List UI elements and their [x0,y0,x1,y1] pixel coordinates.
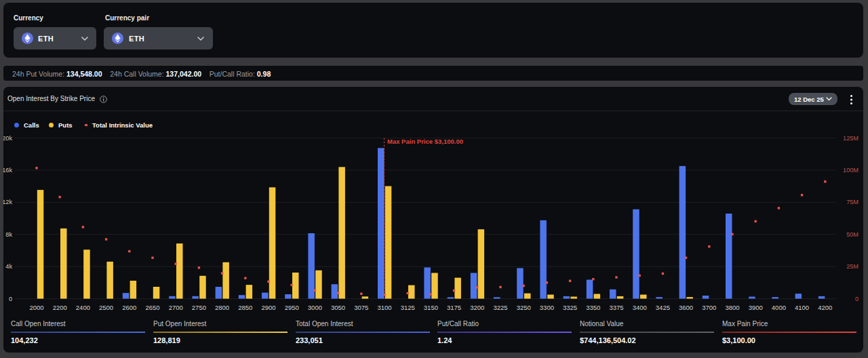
svg-text:8k: 8k [5,231,12,238]
svg-text:2200: 2200 [53,304,67,311]
svg-text:3125: 3125 [401,304,415,311]
svg-text:3300: 3300 [540,304,554,311]
svg-text:2500: 2500 [99,304,113,311]
svg-text:4100: 4100 [795,304,809,311]
svg-text:4000: 4000 [772,304,786,311]
svg-text:2750: 2750 [192,304,206,311]
svg-text:3700: 3700 [702,304,716,311]
svg-text:2900: 2900 [261,304,275,311]
svg-text:3050: 3050 [331,304,345,311]
svg-text:3100: 3100 [377,304,391,311]
svg-text:12k: 12k [3,199,12,205]
svg-text:50M: 50M [846,231,859,238]
svg-text:2700: 2700 [169,304,183,311]
svg-text:3075: 3075 [354,304,368,311]
svg-text:75M: 75M [846,199,859,205]
svg-text:4200: 4200 [818,304,832,311]
svg-text:3250: 3250 [517,304,531,311]
svg-text:2650: 2650 [145,304,159,311]
svg-text:2600: 2600 [122,304,136,311]
svg-text:3175: 3175 [447,304,461,311]
svg-text:3425: 3425 [656,304,670,311]
svg-text:16k: 16k [3,167,12,174]
svg-text:3375: 3375 [609,304,623,311]
svg-text:25M: 25M [846,263,859,270]
svg-text:3225: 3225 [493,304,507,311]
svg-text:Max Pain Price $3,100.00: Max Pain Price $3,100.00 [387,138,463,145]
svg-text:3350: 3350 [586,304,600,311]
svg-text:3900: 3900 [749,304,763,311]
svg-text:3600: 3600 [679,304,693,311]
svg-text:2400: 2400 [76,304,90,311]
svg-text:0: 0 [855,296,859,302]
svg-text:3200: 3200 [470,304,484,311]
svg-text:2950: 2950 [285,304,299,311]
svg-text:20k: 20k [3,135,12,142]
svg-text:3325: 3325 [563,304,577,311]
svg-text:100M: 100M [843,167,859,174]
svg-text:2850: 2850 [238,304,252,311]
svg-text:3400: 3400 [633,304,647,311]
svg-text:2000: 2000 [29,304,43,311]
svg-text:3000: 3000 [308,304,322,311]
svg-text:0: 0 [9,296,12,302]
svg-text:2800: 2800 [215,304,229,311]
svg-text:3150: 3150 [424,304,438,311]
svg-text:4k: 4k [5,263,12,270]
svg-text:125M: 125M [843,135,859,142]
svg-text:3800: 3800 [725,304,739,311]
